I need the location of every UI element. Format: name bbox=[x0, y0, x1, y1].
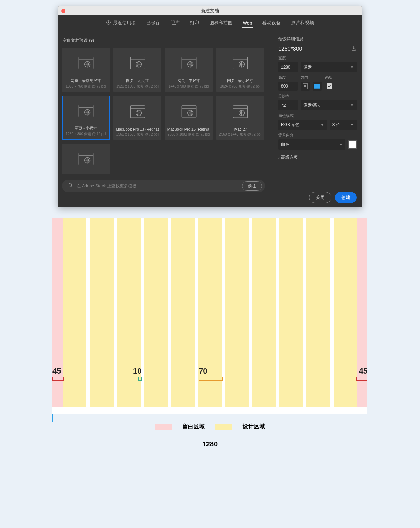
grid-column bbox=[279, 218, 303, 407]
resolution-input[interactable] bbox=[278, 100, 298, 110]
tab-photo[interactable]: 照片 bbox=[170, 18, 180, 28]
bracket-icon bbox=[199, 377, 223, 381]
tab-label: 照片 bbox=[170, 20, 180, 26]
preset-name[interactable]: 1280*800 bbox=[278, 46, 302, 52]
presets-panel: 空白文档预设 (9) 网页 - 最常见尺寸 1366 x 768 像素 @ 72… bbox=[58, 31, 272, 207]
preset-sub: 1280 x 800 像素 @ 72 ppi bbox=[66, 132, 106, 137]
total-width-bracket-icon bbox=[52, 414, 368, 422]
chevron-down-icon: ▼ bbox=[350, 103, 354, 107]
web-preset-icon bbox=[130, 48, 145, 78]
color-mode-label: 颜色模式 bbox=[278, 113, 357, 118]
advanced-label: 高级选项 bbox=[281, 154, 298, 160]
legend-swatch-design bbox=[215, 424, 232, 430]
preset-card-selected[interactable]: 网页 - 小尺寸 1280 x 800 像素 @ 72 ppi bbox=[62, 96, 110, 140]
bg-color-swatch[interactable] bbox=[348, 140, 357, 149]
color-mode-select[interactable]: RGB 颜色 ▼ bbox=[278, 120, 327, 130]
diagram-legend: 留白区域 设计区域 bbox=[52, 423, 368, 430]
height-input[interactable] bbox=[278, 82, 298, 91]
height-label: 高度 bbox=[278, 75, 298, 80]
preset-details-panel: 预设详细信息 1280*800 宽度 像素 ▼ 高度 方向 画板 bbox=[272, 31, 362, 207]
category-tabs: 最近使用项 已保存 照片 打印 图稿和插图 Web 移动设备 胶片和视频 bbox=[58, 15, 362, 31]
bit-depth-select[interactable]: 8 位 ▼ bbox=[330, 120, 357, 130]
select-value: 白色 bbox=[281, 141, 289, 147]
stock-search-placeholder[interactable]: 在 Adobe Stock 上查找更多模板 bbox=[77, 183, 238, 189]
dialog-title: 新建文档 bbox=[58, 8, 362, 14]
select-value: 像素/英寸 bbox=[303, 102, 321, 108]
select-value: 8 位 bbox=[332, 122, 340, 128]
bg-select[interactable]: 白色 ▼ bbox=[278, 139, 345, 150]
svg-point-28 bbox=[69, 183, 72, 186]
close-button[interactable]: 关闭 bbox=[309, 192, 331, 203]
preset-card[interactable] bbox=[62, 144, 110, 174]
preset-card[interactable]: 网页 - 最常见尺寸 1366 x 768 像素 @ 72 ppi bbox=[62, 48, 110, 92]
select-value: 像素 bbox=[303, 64, 312, 70]
resolution-unit-select[interactable]: 像素/英寸 ▼ bbox=[301, 100, 357, 110]
tab-mobile[interactable]: 移动设备 bbox=[262, 18, 281, 28]
width-label: 宽度 bbox=[278, 55, 357, 61]
chevron-down-icon: ▼ bbox=[339, 143, 343, 146]
preset-label: 网页 - 大尺寸 bbox=[126, 78, 149, 83]
gutter-value: 10 bbox=[133, 367, 141, 376]
preset-sub: 1440 x 900 像素 @ 72 ppi bbox=[169, 84, 209, 89]
tab-label: 最近使用项 bbox=[113, 20, 136, 26]
preset-label: 网页 - 小尺寸 bbox=[75, 126, 97, 131]
preset-card[interactable]: 网页 - 中尺寸 1440 x 900 像素 @ 72 ppi bbox=[165, 48, 213, 92]
preset-card[interactable]: 网页 - 最小尺寸 1024 x 768 像素 @ 72 ppi bbox=[216, 48, 264, 92]
select-value: RGB 颜色 bbox=[281, 122, 300, 128]
preset-sub: 1920 x 1080 像素 @ 72 ppi bbox=[116, 84, 159, 89]
artboard-checkbox[interactable] bbox=[327, 83, 332, 89]
tab-film[interactable]: 胶片和视频 bbox=[290, 18, 315, 28]
download-preset-icon[interactable] bbox=[351, 46, 357, 53]
tab-art[interactable]: 图稿和插图 bbox=[209, 18, 233, 28]
width-unit-select[interactable]: 像素 ▼ bbox=[301, 62, 357, 72]
bg-label: 背景内容 bbox=[278, 133, 357, 138]
web-preset-icon bbox=[233, 96, 248, 127]
advanced-toggle[interactable]: › 高级选项 bbox=[278, 154, 357, 160]
svg-rect-31 bbox=[304, 85, 306, 87]
preset-card[interactable]: 网页 - 大尺寸 1920 x 1080 像素 @ 72 ppi bbox=[113, 48, 161, 92]
bracket-icon bbox=[52, 377, 64, 381]
web-preset-icon bbox=[233, 48, 248, 78]
legend-swatch-margin bbox=[155, 424, 172, 430]
legend-design-label: 设计区域 bbox=[243, 423, 265, 430]
grid-diagram: 45 45 10 70 留白区域 设计区域 1280 bbox=[52, 218, 368, 448]
tab-label: Web bbox=[243, 20, 252, 26]
grid-column bbox=[171, 218, 195, 407]
total-width-value: 1280 bbox=[52, 440, 368, 448]
details-title: 预设详细信息 bbox=[278, 36, 357, 42]
preset-sub: 2560 x 1600 像素 @ 72 ppi bbox=[116, 132, 159, 137]
web-preset-icon bbox=[130, 96, 145, 127]
svg-line-29 bbox=[71, 186, 73, 187]
preset-card[interactable]: MacBook Pro 15 (Retina) 2880 x 1800 像素 @… bbox=[165, 96, 213, 140]
preset-sub: 1366 x 768 像素 @ 72 ppi bbox=[66, 84, 106, 89]
preset-card[interactable]: iMac 27 2560 x 1440 像素 @ 72 ppi bbox=[216, 96, 264, 140]
create-button[interactable]: 创建 bbox=[335, 192, 357, 203]
tab-label: 已保存 bbox=[146, 20, 160, 26]
tab-web[interactable]: Web bbox=[242, 19, 253, 28]
preset-label: 网页 - 最常见尺寸 bbox=[71, 78, 101, 83]
grid-column bbox=[334, 218, 357, 407]
web-preset-icon bbox=[78, 48, 94, 78]
tab-label: 胶片和视频 bbox=[291, 20, 314, 26]
grid-column bbox=[63, 218, 86, 407]
web-preset-icon bbox=[78, 144, 94, 174]
tab-recent[interactable]: 最近使用项 bbox=[105, 18, 136, 28]
web-preset-icon bbox=[78, 96, 94, 126]
preset-label: MacBook Pro 13 (Retina) bbox=[116, 127, 159, 131]
stock-go-button[interactable]: 前往 bbox=[242, 181, 262, 191]
preset-sub: 1024 x 768 像素 @ 72 ppi bbox=[220, 84, 260, 89]
chevron-down-icon: ▼ bbox=[350, 123, 354, 127]
tab-saved[interactable]: 已保存 bbox=[146, 18, 161, 28]
preset-label: iMac 27 bbox=[233, 127, 247, 131]
orientation-landscape-button[interactable] bbox=[313, 82, 322, 91]
grid-column bbox=[306, 218, 330, 407]
chevron-down-icon: ▼ bbox=[321, 123, 324, 127]
preset-sub: 2560 x 1440 像素 @ 72 ppi bbox=[219, 132, 261, 137]
preset-card[interactable]: MacBook Pro 13 (Retina) 2560 x 1600 像素 @… bbox=[113, 96, 161, 140]
search-icon bbox=[68, 183, 73, 189]
tab-print[interactable]: 打印 bbox=[189, 18, 200, 28]
margin-right-value: 45 bbox=[359, 367, 368, 376]
preset-grid: 网页 - 最常见尺寸 1366 x 768 像素 @ 72 ppi 网页 - 大… bbox=[62, 48, 272, 174]
orientation-portrait-button[interactable] bbox=[301, 82, 310, 91]
width-input[interactable] bbox=[278, 62, 298, 72]
